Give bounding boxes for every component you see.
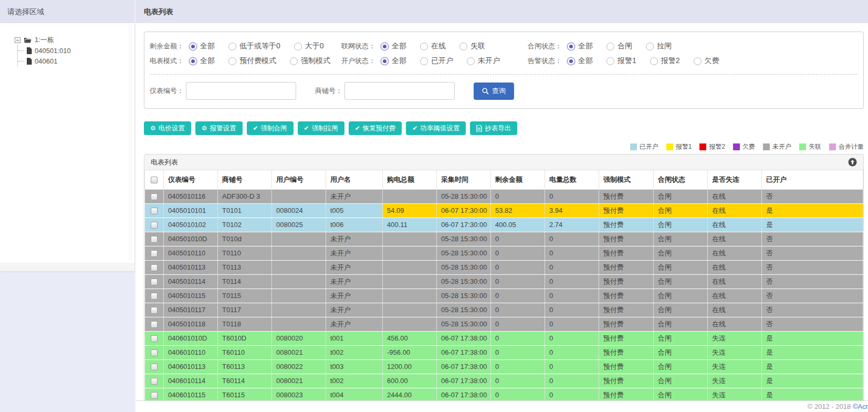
radio-button[interactable]	[189, 43, 197, 50]
sidebar-scrollbar[interactable]	[129, 24, 132, 261]
check-icon: ✔	[412, 125, 417, 131]
radio-button[interactable]	[606, 43, 614, 50]
radio-button[interactable]	[381, 43, 389, 50]
tree-node-label[interactable]: 040601	[35, 57, 57, 65]
radio-button[interactable]	[189, 57, 197, 65]
search-button[interactable]: 查询	[474, 83, 514, 100]
row-checkbox[interactable]	[151, 222, 158, 229]
radio-button[interactable]	[290, 57, 298, 65]
radio-button[interactable]	[606, 57, 614, 65]
tree-node-label[interactable]: 040501:010	[35, 47, 71, 55]
column-header[interactable]: 用户编号	[272, 170, 326, 189]
legend-label: 报警1	[676, 142, 692, 151]
radio-option-label[interactable]: 已开户	[431, 56, 453, 66]
radio-option-label[interactable]: 失联	[470, 42, 485, 51]
action-button-4[interactable]: ✔强制拉闸	[298, 121, 344, 135]
radio-option-label[interactable]: 未开户	[478, 56, 500, 66]
radio-button[interactable]	[646, 43, 654, 50]
radio-option-label[interactable]: 报警2	[661, 56, 680, 66]
row-checkbox[interactable]	[151, 378, 158, 385]
radio-option-label[interactable]: 全部	[200, 56, 215, 66]
radio-button[interactable]	[567, 43, 575, 50]
column-header[interactable]: 剩余金额	[491, 170, 545, 189]
radio-button[interactable]	[650, 57, 658, 65]
table-cell: 53.82	[491, 203, 545, 218]
row-checkbox[interactable]	[151, 392, 158, 399]
radio-button[interactable]	[228, 57, 236, 65]
radio-option-label[interactable]: 预付费模式	[239, 56, 276, 66]
radio-option-label[interactable]: 全部	[578, 56, 593, 66]
radio-button[interactable]	[381, 57, 389, 65]
radio-button[interactable]	[459, 43, 467, 50]
shop-no-input[interactable]	[344, 82, 455, 100]
sidebar-bottom-scrollbar[interactable]	[0, 263, 134, 271]
radio-option-label[interactable]: 报警1	[618, 56, 636, 66]
table-cell: 合闸	[654, 260, 708, 274]
row-checkbox[interactable]	[151, 364, 158, 370]
radio-option-label[interactable]: 拉闸	[657, 42, 672, 51]
radio-option-label[interactable]: 在线	[431, 42, 446, 51]
radio-button[interactable]	[420, 57, 428, 65]
table-cell: 是	[762, 345, 863, 359]
action-button-1[interactable]: ⚙电价设置	[144, 121, 191, 135]
row-checkbox[interactable]	[151, 236, 158, 243]
action-button-7[interactable]: 抄表导出	[470, 121, 517, 135]
radio-button[interactable]	[567, 57, 575, 65]
table-cell: 06-07 17:30:00	[437, 203, 491, 218]
row-checkbox-cell	[145, 345, 164, 359]
row-checkbox[interactable]	[151, 321, 158, 328]
row-checkbox[interactable]	[151, 208, 158, 214]
tree-node-label[interactable]: 1:一栋	[35, 35, 54, 45]
table-row: 0405010117T0117未开户05-28 15:30:0000预付费合闸在…	[145, 303, 863, 317]
action-button-2[interactable]: ⚙报警设置	[195, 121, 243, 135]
copyright-link[interactable]: ©Acr	[853, 403, 868, 410]
radio-button[interactable]	[694, 57, 702, 65]
row-checkbox[interactable]	[151, 307, 158, 314]
radio-button[interactable]	[228, 43, 236, 50]
radio-option-label[interactable]: 大于0	[305, 42, 324, 51]
main-area: 电表列表 剩余金额：全部低于或等于0大于0联网状态：全部在线失联合闸状态：全部合…	[135, 0, 868, 412]
row-checkbox[interactable]	[151, 349, 158, 356]
column-header[interactable]: 电量总数	[545, 170, 599, 189]
row-checkbox[interactable]	[151, 279, 158, 285]
row-checkbox[interactable]	[151, 250, 158, 257]
action-button-6[interactable]: ✔功率阈值设置	[406, 121, 466, 135]
column-header[interactable]: 仪表编号	[164, 170, 218, 189]
table-cell: 0406010114	[164, 374, 218, 388]
tree-node-leaf[interactable]: 040601	[18, 56, 134, 66]
radio-option-label[interactable]: 强制模式	[301, 56, 330, 66]
radio-option-label[interactable]: 全部	[392, 42, 406, 51]
radio-option-label[interactable]: 低于或等于0	[239, 42, 280, 51]
column-header[interactable]: 强制模式	[599, 170, 654, 189]
radio-option-label[interactable]: 合闸	[618, 42, 632, 51]
collapse-up-icon[interactable]	[848, 158, 857, 167]
table-cell: 在线	[708, 246, 762, 260]
row-checkbox[interactable]	[151, 264, 158, 271]
column-header[interactable]: 已开户	[762, 170, 863, 189]
column-header[interactable]: 合闸状态	[654, 170, 708, 189]
tree-collapse-toggle-icon[interactable]	[15, 37, 20, 43]
column-header[interactable]: 是否失连	[708, 170, 762, 189]
radio-option-label[interactable]: 全部	[578, 42, 593, 51]
row-checkbox[interactable]	[151, 293, 158, 300]
tree-node-leaf[interactable]: 040501:010	[18, 45, 134, 56]
tree-root-node[interactable]: 1:一栋	[15, 35, 134, 45]
row-checkbox[interactable]	[151, 193, 158, 200]
column-header[interactable]: 商铺号	[218, 170, 272, 189]
radio-button[interactable]	[467, 57, 475, 65]
row-checkbox[interactable]	[151, 335, 158, 342]
table-cell: 05-28 15:30:00	[437, 274, 491, 289]
action-button-5[interactable]: ✔恢复预付费	[349, 121, 402, 135]
select-all-checkbox[interactable]	[151, 177, 158, 183]
radio-button[interactable]	[420, 43, 428, 50]
radio-option-label[interactable]: 全部	[392, 56, 406, 66]
column-header[interactable]: 采集时间	[437, 170, 491, 189]
action-button-3[interactable]: ✔强制合闸	[247, 121, 294, 135]
radio-option-label[interactable]: 全部	[200, 42, 215, 51]
meter-no-input[interactable]	[186, 82, 296, 100]
sidebar-title: 请选择区域	[0, 0, 134, 23]
radio-option-label[interactable]: 欠费	[705, 56, 719, 66]
column-header[interactable]: 购电总额	[383, 170, 437, 189]
column-header[interactable]: 用户名	[326, 170, 383, 189]
radio-button[interactable]	[294, 43, 302, 50]
